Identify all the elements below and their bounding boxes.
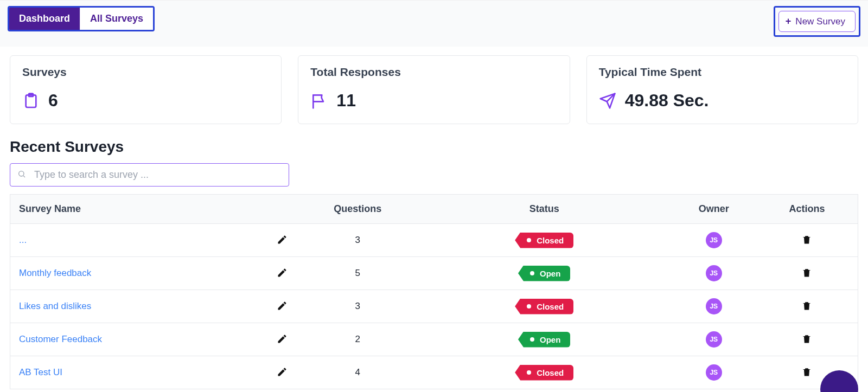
questions-cell: 3: [298, 224, 417, 257]
col-questions: Questions: [298, 195, 417, 224]
trash-icon: [801, 371, 812, 379]
new-survey-label: New Survey: [795, 16, 845, 27]
status-tag: Open: [518, 266, 570, 281]
status-tag: Closed: [515, 299, 573, 314]
delete-button[interactable]: [799, 331, 814, 348]
metric-cards: Surveys 6 Total Responses 11 Typical Tim…: [0, 47, 868, 124]
dot-icon: [527, 370, 531, 375]
section-title: Recent Surveys: [10, 138, 868, 156]
table-row: AB Test UI4ClosedJS: [10, 356, 858, 389]
questions-cell: 5: [298, 257, 417, 290]
trash-icon: [801, 338, 812, 346]
survey-link[interactable]: ...: [19, 235, 27, 246]
clipboard-icon: [22, 92, 40, 110]
card-title: Typical Time Spent: [599, 66, 846, 79]
search-wrap: [10, 163, 289, 187]
card-title: Total Responses: [310, 66, 557, 79]
tab-dashboard[interactable]: Dashboard: [9, 8, 80, 30]
trash-icon: [801, 272, 812, 280]
card-responses: Total Responses 11: [298, 55, 570, 124]
search-input[interactable]: [10, 163, 289, 187]
card-surveys: Surveys 6: [10, 55, 282, 124]
table-row: Customer Feedback2OpenJS: [10, 323, 858, 356]
col-status: Status: [417, 195, 672, 224]
card-value: 6: [48, 91, 58, 111]
survey-link[interactable]: Likes and dislikes: [19, 301, 91, 312]
edit-icon: [277, 305, 288, 313]
dot-icon: [530, 271, 534, 275]
edit-button[interactable]: [275, 331, 290, 348]
col-name: Survey Name: [10, 195, 298, 224]
avatar: JS: [706, 331, 722, 348]
delete-button[interactable]: [799, 265, 814, 282]
svg-point-2: [19, 171, 24, 176]
edit-icon: [277, 272, 288, 280]
dot-icon: [527, 238, 531, 242]
delete-button[interactable]: [799, 364, 814, 381]
surveys-table: Survey Name Questions Status Owner Actio…: [10, 194, 858, 389]
send-icon: [599, 92, 616, 110]
status-tag: Open: [518, 332, 570, 348]
table-row: Monthly feedback5OpenJS: [10, 257, 858, 290]
col-owner: Owner: [672, 195, 756, 224]
survey-link[interactable]: Monthly feedback: [19, 268, 91, 279]
trash-icon: [801, 239, 812, 247]
search-icon: [17, 170, 26, 181]
edit-button[interactable]: [275, 265, 290, 282]
card-title: Surveys: [22, 66, 269, 79]
avatar: JS: [706, 298, 722, 314]
avatar: JS: [706, 364, 722, 381]
delete-button[interactable]: [799, 232, 814, 249]
edit-icon: [277, 338, 288, 346]
questions-cell: 3: [298, 290, 417, 323]
new-survey-button-top[interactable]: + New Survey: [778, 11, 856, 32]
avatar: JS: [706, 232, 722, 248]
plus-icon: +: [786, 16, 792, 27]
topbar: Dashboard All Surveys + New Survey: [0, 0, 868, 47]
edit-icon: [277, 371, 288, 379]
dot-icon: [527, 304, 531, 309]
card-value: 49.88 Sec.: [625, 91, 709, 111]
card-value: 11: [336, 91, 356, 111]
questions-cell: 2: [298, 323, 417, 356]
table-row: Likes and dislikes3ClosedJS: [10, 290, 858, 323]
table-row: ...3ClosedJS: [10, 224, 858, 257]
edit-button[interactable]: [275, 298, 290, 315]
col-actions: Actions: [756, 195, 858, 224]
status-tag: Closed: [515, 365, 573, 381]
card-time: Typical Time Spent 49.88 Sec.: [586, 55, 858, 124]
status-tag: Closed: [515, 233, 573, 248]
delete-button[interactable]: [799, 298, 814, 315]
avatar: JS: [706, 265, 722, 281]
trash-icon: [801, 305, 812, 313]
questions-cell: 4: [298, 356, 417, 389]
dot-icon: [530, 337, 534, 342]
edit-icon: [277, 239, 288, 247]
highlight-new-survey-top: + New Survey: [774, 6, 860, 37]
edit-button[interactable]: [275, 232, 290, 249]
survey-link[interactable]: Customer Feedback: [19, 334, 102, 345]
tab-group: Dashboard All Surveys: [8, 6, 155, 31]
survey-link[interactable]: AB Test UI: [19, 367, 62, 378]
tab-all-surveys[interactable]: All Surveys: [80, 8, 153, 30]
flag-icon: [310, 92, 328, 110]
edit-button[interactable]: [275, 364, 290, 381]
